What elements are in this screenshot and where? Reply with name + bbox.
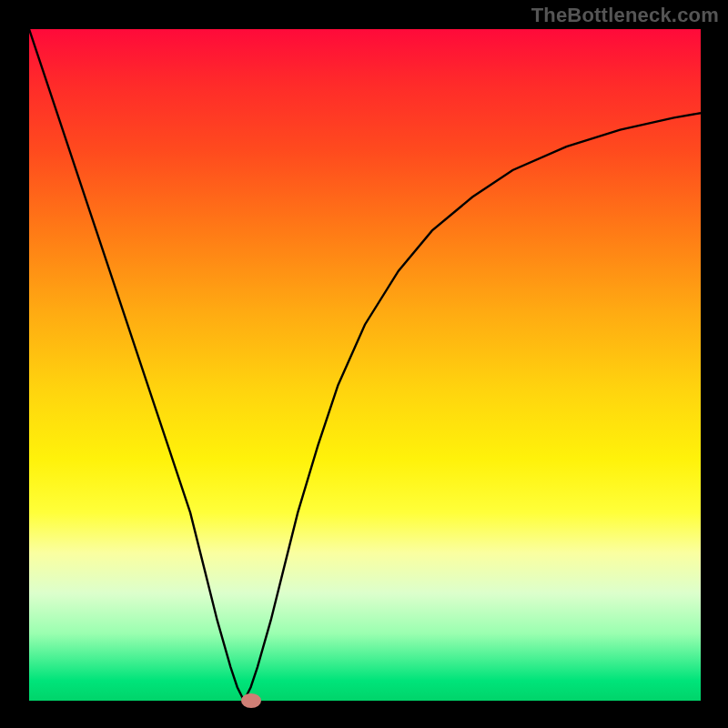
bottleneck-curve: [29, 29, 701, 701]
chart-frame: TheBottleneck.com: [0, 0, 728, 728]
curve-svg: [29, 29, 701, 701]
optimal-point-marker: [241, 693, 261, 708]
watermark-label: TheBottleneck.com: [531, 4, 719, 27]
plot-area: [29, 29, 701, 701]
